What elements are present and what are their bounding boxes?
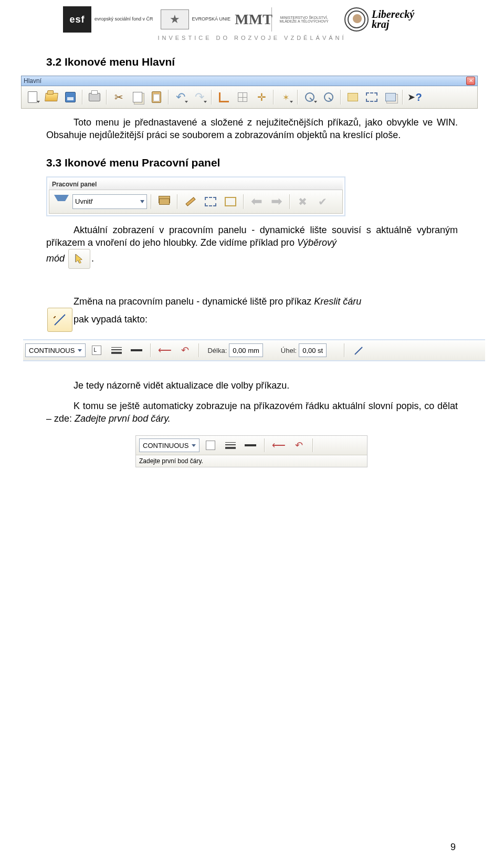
paragraph-4: K tomu se ještě automaticky zobrazuje na…: [46, 400, 458, 425]
esf-text: evropský sociální fond v ČR: [94, 17, 153, 22]
snippet-lineweight-button[interactable]: [222, 436, 239, 454]
toolbar-pracovni-panel: Pracovní panel Uvnitř ⬅ ➡ ✖ ✔: [46, 176, 345, 216]
command-line-snippet: CONTINUOUS ⟵ ↶ Zadejte první bod čáry.: [135, 435, 368, 467]
line-icon: [52, 312, 67, 327]
layers-button[interactable]: [382, 88, 400, 106]
redo-button[interactable]: ↷: [191, 88, 208, 106]
confirm-button[interactable]: ✔: [314, 193, 332, 211]
separator: [402, 90, 403, 104]
linecolor-button[interactable]: L: [88, 341, 106, 359]
separator: [289, 194, 290, 209]
separator: [340, 90, 341, 104]
zoom-extents-button[interactable]: [320, 88, 338, 106]
slash-icon: [352, 344, 365, 357]
logo-liberecky: Liberecký kraj: [340, 6, 418, 33]
filter-button[interactable]: [52, 193, 70, 211]
help-pointer-button[interactable]: ➤?: [406, 88, 424, 106]
p2c: pak vypadá takto:: [74, 314, 148, 325]
toolbar-hlavni-title: Hlavní: [24, 77, 41, 85]
separator: [177, 194, 178, 209]
cancel-button[interactable]: ✖: [294, 193, 312, 211]
snippet-endpoint-left-button[interactable]: ⟵: [270, 436, 288, 454]
angle-label: Úhel:: [281, 347, 297, 354]
linetype-dropdown[interactable]: CONTINUOUS: [25, 343, 86, 357]
nav-prev-button[interactable]: ⬅: [248, 193, 266, 211]
copy-icon: [133, 92, 142, 102]
linetype-icon: [245, 444, 256, 446]
new-file-button[interactable]: [24, 88, 41, 106]
logo-ministry: MMT MINISTERSTVO ŠKOLSTVÍ, MLÁDEŽE A TĚL…: [238, 7, 333, 32]
zoom-window-button[interactable]: [301, 88, 319, 106]
endpoint-left-button[interactable]: ⟵: [156, 341, 174, 359]
angle-dropdown[interactable]: [329, 341, 339, 359]
separator: [273, 90, 274, 104]
endpoint-arc-icon: ↶: [181, 344, 189, 356]
pp-title: Pracovní panel: [49, 179, 343, 190]
line-tool-button[interactable]: [350, 341, 368, 359]
angle-input[interactable]: 0,00 st: [299, 343, 327, 357]
cut-icon: ✂: [114, 91, 123, 103]
open-file-button[interactable]: [43, 88, 60, 106]
dynamic-line-toolbar: CONTINUOUS L ⟵ ↶ Délka: 0,00 mm Úhel: 0,…: [23, 339, 485, 361]
extent-button[interactable]: [363, 88, 381, 106]
extent-icon: [366, 92, 377, 102]
undo-button[interactable]: ↶: [172, 88, 190, 106]
chevron-down-icon: [192, 444, 196, 447]
cut-button[interactable]: ✂: [110, 88, 128, 106]
snippet-linetype-style-button[interactable]: [242, 436, 259, 454]
separator: [243, 194, 244, 209]
snap-button[interactable]: [215, 88, 233, 106]
layers-icon: [385, 93, 396, 101]
select-rect-button[interactable]: [202, 193, 219, 211]
separator: [344, 343, 345, 357]
print-button[interactable]: [86, 88, 103, 106]
plane-button[interactable]: [344, 88, 362, 106]
linetype-style-button[interactable]: [128, 341, 145, 359]
ministry-text: MINISTERSTVO ŠKOLSTVÍ, MLÁDEŽE A TĚLOVÝC…: [275, 16, 333, 24]
chevron-down-icon: [78, 349, 82, 352]
linetype-icon: [131, 349, 142, 351]
angle-value: 0,00 st: [302, 347, 323, 354]
arrow-right-icon: ➡: [271, 193, 282, 210]
snippet-linetype-dropdown[interactable]: CONTINUOUS: [139, 438, 200, 452]
svg-line-2: [55, 315, 65, 325]
snippet-endpoint-arc-button[interactable]: ↶: [290, 436, 308, 454]
separator: [151, 194, 152, 209]
section-3-2-title: 3.2 Ikonové menu Hlavní: [46, 56, 458, 68]
star-icon: ✶: [282, 92, 289, 102]
svg-marker-3: [54, 316, 56, 318]
osnap-button[interactable]: ✶: [277, 88, 295, 106]
check-icon: ✔: [318, 195, 327, 208]
edit-button[interactable]: [182, 193, 200, 211]
snippet-linetype-value: CONTINUOUS: [143, 442, 188, 450]
pp-row: Uvnitř ⬅ ➡ ✖ ✔: [49, 190, 343, 214]
length-input[interactable]: 0,00 mm: [229, 343, 263, 357]
lineweight-button[interactable]: [108, 341, 125, 359]
snippet-linecolor-button[interactable]: [202, 436, 219, 454]
new-file-icon: [28, 91, 37, 103]
separator: [297, 90, 298, 104]
endpoint-left-icon: ⟵: [158, 344, 172, 356]
mmt-icon: MMT: [238, 7, 272, 32]
paragraph-3: Je tedy názorně vidět aktualizace dle vo…: [46, 379, 458, 392]
selection-mode-dropdown[interactable]: Uvnitř: [72, 194, 147, 209]
p1c: mód: [46, 253, 65, 264]
pencil-icon: [185, 197, 195, 206]
select-shape-icon: [225, 197, 236, 206]
svg-marker-1: [76, 255, 82, 264]
select-shape-button[interactable]: [222, 193, 239, 211]
copy-button[interactable]: [129, 88, 146, 106]
endpoint-arc-button[interactable]: ↶: [176, 341, 194, 359]
grid-button[interactable]: [234, 88, 251, 106]
stack-button[interactable]: [155, 193, 173, 211]
close-icon[interactable]: ✕: [466, 77, 475, 85]
length-dropdown[interactable]: [265, 341, 276, 359]
selection-mode-value: Uvnitř: [75, 197, 93, 205]
nav-next-button[interactable]: ➡: [268, 193, 286, 211]
length-label: Délka:: [207, 347, 227, 354]
paste-button[interactable]: [148, 88, 165, 106]
save-button[interactable]: [61, 88, 79, 106]
separator: [264, 438, 265, 452]
page-number: 9: [450, 842, 456, 853]
crosshair-button[interactable]: ✛: [253, 88, 270, 106]
